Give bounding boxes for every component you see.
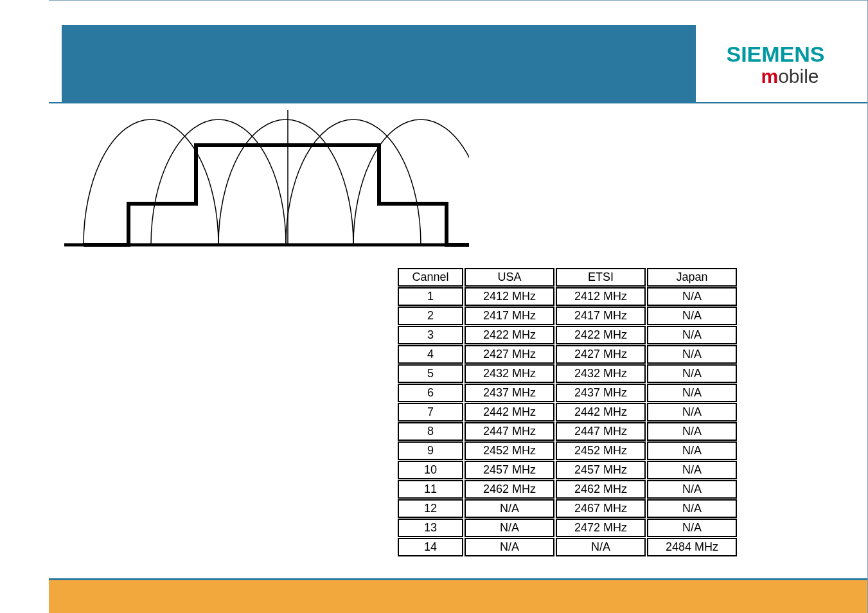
- cell-japan: N/A: [647, 384, 737, 402]
- cell-channel: 2: [398, 306, 463, 325]
- cell-etsi: 2467 MHz: [556, 499, 646, 518]
- cell-japan: N/A: [647, 345, 737, 364]
- table-row: 13N/A2472 MHzN/A: [398, 519, 737, 537]
- table-row: 42427 MHz2427 MHzN/A: [398, 345, 737, 364]
- cell-japan: N/A: [647, 461, 737, 479]
- cell-usa: 2457 MHz: [465, 461, 554, 479]
- table-row: 22417 MHz2417 MHzN/A: [398, 306, 737, 325]
- cell-japan: N/A: [647, 403, 737, 422]
- table-row: 112462 MHz2462 MHzN/A: [398, 480, 737, 499]
- cell-etsi: 2412 MHz: [556, 287, 646, 306]
- table-row: 92452 MHz2452 MHzN/A: [398, 441, 737, 460]
- col-header-usa: USA: [465, 268, 554, 287]
- col-header-channel: Cannel: [398, 268, 463, 287]
- header-color-band: [62, 25, 696, 103]
- table-row: 32422 MHz2422 MHzN/A: [398, 326, 737, 344]
- table-row: 12412 MHz2412 MHzN/A: [398, 287, 737, 306]
- cell-channel: 5: [398, 364, 463, 383]
- cell-channel: 3: [398, 326, 463, 344]
- cell-japan: 2484 MHz: [647, 538, 737, 556]
- table-header-row: Cannel USA ETSI Japan: [398, 268, 737, 287]
- table-row: 14N/AN/A2484 MHz: [398, 538, 737, 556]
- cell-etsi: 2432 MHz: [556, 364, 646, 383]
- cell-etsi: 2462 MHz: [556, 480, 646, 499]
- cell-etsi: 2427 MHz: [556, 345, 646, 364]
- table-row: 62437 MHz2437 MHzN/A: [398, 384, 737, 402]
- mobile-m-letter: m: [761, 66, 778, 87]
- cell-channel: 9: [398, 441, 463, 460]
- table-row: 12N/A2467 MHzN/A: [398, 499, 737, 518]
- cell-channel: 4: [398, 345, 463, 364]
- footer-color-band: [49, 578, 867, 613]
- cell-etsi: 2472 MHz: [556, 519, 646, 537]
- cell-japan: N/A: [647, 422, 737, 441]
- cell-channel: 6: [398, 384, 463, 402]
- cell-usa: 2462 MHz: [465, 480, 554, 499]
- channel-frequency-table: Cannel USA ETSI Japan 12412 MHz2412 MHzN…: [396, 267, 738, 557]
- table-row: 82447 MHz2447 MHzN/A: [398, 422, 737, 441]
- col-header-japan: Japan: [647, 268, 737, 287]
- table-row: 52432 MHz2432 MHzN/A: [398, 364, 737, 383]
- cell-japan: N/A: [647, 287, 737, 306]
- cell-japan: N/A: [647, 326, 737, 344]
- cell-japan: N/A: [647, 306, 737, 325]
- table-row: 72442 MHz2442 MHzN/A: [398, 403, 737, 422]
- mobile-wordmark: mobile: [732, 66, 819, 87]
- cell-usa: N/A: [465, 538, 554, 556]
- cell-etsi: 2422 MHz: [556, 326, 646, 344]
- cell-japan: N/A: [647, 441, 737, 460]
- logo-area: SIEMENS mobile: [696, 25, 855, 103]
- spectral-mask-diagram: [64, 110, 469, 258]
- cell-usa: 2422 MHz: [465, 326, 554, 344]
- cell-channel: 1: [398, 287, 463, 306]
- cell-usa: 2447 MHz: [465, 422, 554, 441]
- siemens-wordmark: SIEMENS: [726, 42, 824, 67]
- cell-usa: 2412 MHz: [465, 287, 554, 306]
- mobile-rest: obile: [778, 66, 819, 87]
- cell-channel: 12: [398, 499, 463, 518]
- cell-japan: N/A: [647, 364, 737, 383]
- cell-usa: 2427 MHz: [465, 345, 554, 364]
- cell-etsi: N/A: [556, 538, 646, 556]
- cell-etsi: 2437 MHz: [556, 384, 646, 402]
- cell-japan: N/A: [647, 499, 737, 518]
- cell-usa: N/A: [465, 519, 554, 537]
- cell-japan: N/A: [647, 480, 737, 499]
- cell-etsi: 2452 MHz: [556, 441, 646, 460]
- cell-usa: 2442 MHz: [465, 403, 554, 422]
- cell-usa: N/A: [465, 499, 554, 518]
- cell-channel: 8: [398, 422, 463, 441]
- cell-usa: 2452 MHz: [465, 441, 554, 460]
- table-row: 102457 MHz2457 MHzN/A: [398, 461, 737, 479]
- cell-usa: 2432 MHz: [465, 364, 554, 383]
- header-divider: [49, 102, 867, 103]
- cell-etsi: 2457 MHz: [556, 461, 646, 479]
- cell-etsi: 2417 MHz: [556, 306, 646, 325]
- cell-etsi: 2442 MHz: [556, 403, 646, 422]
- slide: SIEMENS mobile Cannel USA ETSI Japan 124…: [49, 0, 868, 613]
- cell-channel: 10: [398, 461, 463, 479]
- cell-etsi: 2447 MHz: [556, 422, 646, 441]
- cell-channel: 13: [398, 519, 463, 537]
- cell-japan: N/A: [647, 519, 737, 537]
- cell-channel: 7: [398, 403, 463, 422]
- cell-usa: 2437 MHz: [465, 384, 554, 402]
- cell-usa: 2417 MHz: [465, 306, 554, 325]
- col-header-etsi: ETSI: [556, 268, 646, 287]
- cell-channel: 11: [398, 480, 463, 499]
- cell-channel: 14: [398, 538, 463, 556]
